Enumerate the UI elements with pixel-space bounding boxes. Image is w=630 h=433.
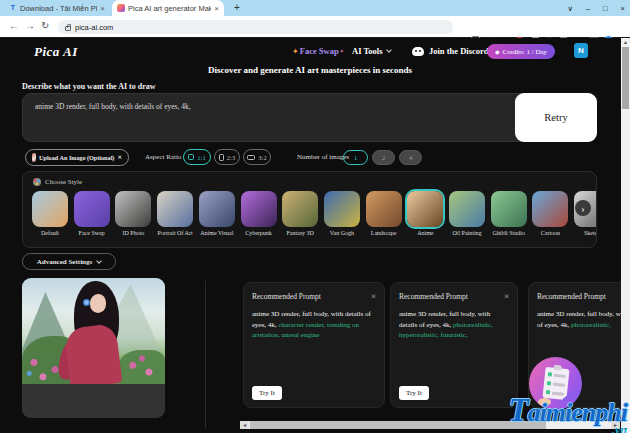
nav-ai-tools[interactable]: AI Tools <box>352 46 391 56</box>
style-label: Cyberpunk <box>240 230 278 236</box>
profile-chevron-icon[interactable]: ∨ <box>567 4 573 13</box>
figure-face <box>90 294 106 313</box>
nav-face-swap[interactable]: ✦ Face Swap ✦ <box>292 46 344 56</box>
style-label: Van Gogh <box>323 230 361 236</box>
ai-tools-label: AI Tools <box>352 46 382 56</box>
advanced-settings-button[interactable]: Advanced Settings <box>22 253 116 270</box>
style-option-anime-visual[interactable]: Anime Visual <box>198 191 236 236</box>
browser-window: T Download - Tải Miễn Phí VN - Ph × Pica… <box>0 0 630 433</box>
pica-ai-favicon <box>117 4 125 12</box>
minimize-icon[interactable]: – <box>586 4 590 13</box>
discord-label: Join the Discord <box>429 46 489 56</box>
close-icon[interactable]: × <box>371 291 376 301</box>
portrait-ratio-icon <box>219 154 224 161</box>
tab-close-icon[interactable]: × <box>100 4 105 13</box>
maximize-icon[interactable]: □ <box>603 4 608 13</box>
aspect-ratio-3-2[interactable]: 3:2 <box>243 149 271 165</box>
style-label: Default <box>31 230 69 236</box>
scrollbar-thumb[interactable] <box>622 47 629 109</box>
square-ratio-icon <box>188 154 194 160</box>
taimienphi-watermark: Taimienphi .vn <box>508 396 627 433</box>
style-thumbnail <box>241 191 277 227</box>
ratio-label: 3:2 <box>258 154 266 161</box>
try-it-button[interactable]: Try It <box>399 386 429 400</box>
style-option-cyberpunk[interactable]: Cyberpunk <box>240 191 278 236</box>
close-window-icon[interactable]: × <box>621 4 625 13</box>
browser-tab-taimienphi[interactable]: T Download - Tải Miễn Phí VN - Ph × <box>4 0 110 16</box>
scroll-left-icon[interactable]: ◂ <box>240 421 249 429</box>
num-images-1[interactable]: 1 <box>343 150 368 165</box>
upload-image-button[interactable]: Upload An Image (Optional) × <box>25 149 129 166</box>
page-tagline: Discover and generate AI art masterpiece… <box>0 65 620 75</box>
back-icon[interactable]: ← <box>9 21 19 31</box>
forward-icon[interactable]: → <box>25 21 35 31</box>
remove-upload-icon[interactable]: × <box>117 153 122 162</box>
palette-icon <box>33 178 41 186</box>
style-label: Ghibli Studio <box>490 230 528 236</box>
style-thumbnail <box>491 191 527 227</box>
style-option-ghibli-studio[interactable]: Ghibli Studio <box>490 191 528 236</box>
close-icon[interactable]: × <box>504 291 509 301</box>
reload-icon[interactable]: ↻ <box>41 21 49 31</box>
aspect-ratio-label: Aspect Ratio <box>145 153 181 161</box>
address-bar[interactable]: pica-ai.com <box>58 20 453 34</box>
num-images-2[interactable]: 2 <box>372 150 395 165</box>
style-thumbnail <box>199 191 235 227</box>
style-option-face-swap[interactable]: Face Swap <box>73 191 111 236</box>
num-images-4[interactable]: 4 <box>399 150 422 165</box>
choose-style-panel: Choose Style DefaultFace SwapID PhotoPor… <box>22 171 597 248</box>
style-option-van-gogh[interactable]: Van Gogh <box>323 191 361 236</box>
chevron-down-icon <box>387 47 393 53</box>
tab-title: Download - Tải Miễn Phí VN - Ph <box>20 4 97 13</box>
style-thumbnail <box>449 191 485 227</box>
browser-tab-pica-ai[interactable]: Pica AI art generator Make AI A × <box>112 0 224 16</box>
style-label: Portrait Of Art <box>156 230 194 236</box>
style-label: Oil Painting <box>448 230 486 236</box>
try-it-button[interactable]: Try It <box>252 386 282 400</box>
prompt-label: Describe what you want the AI to draw <box>22 82 156 91</box>
gem-icon: ◆ <box>495 48 500 55</box>
aspect-ratio-2-3[interactable]: 2:3 <box>214 149 240 165</box>
user-avatar[interactable]: N <box>574 43 588 58</box>
card-title: Recommended Prompt <box>399 292 468 301</box>
prompt-input[interactable]: anime 3D render, full body, with details… <box>35 102 515 111</box>
browser-toolbar: ← → ↻ pica-ai.com G A ↥ ☆ ↓ ⋮ <box>0 16 630 38</box>
new-tab-button[interactable]: + <box>234 2 240 13</box>
hair-flower <box>83 299 90 306</box>
vertical-scrollbar[interactable]: ▴ ▾ <box>621 38 630 433</box>
card-title: Recommended Prompt <box>252 292 321 301</box>
style-option-fantasy-3d[interactable]: Fantasy 3D <box>281 191 319 236</box>
scrollbar-thumb[interactable] <box>250 421 546 429</box>
pica-ai-logo[interactable]: Pica AI <box>34 44 78 60</box>
style-thumbnail <box>324 191 360 227</box>
style-option-id-photo[interactable]: ID Photo <box>114 191 152 236</box>
taimienphi-favicon: T <box>9 4 17 12</box>
generated-image[interactable] <box>22 278 165 384</box>
style-thumbnail <box>366 191 402 227</box>
nav-join-discord[interactable]: Join the Discord <box>412 46 489 56</box>
style-option-cartoon[interactable]: Cartoon <box>531 191 569 236</box>
tab-close-icon[interactable]: × <box>214 4 219 13</box>
number-of-images-label: Number of images <box>297 153 349 161</box>
ratio-label: 2:3 <box>227 154 235 161</box>
upload-label: Upload An Image (Optional) <box>39 154 114 161</box>
carousel-next-button[interactable]: › <box>575 200 591 216</box>
credits-button[interactable]: ◆ Credits: 1 / Day <box>487 44 555 59</box>
retry-button[interactable]: Retry <box>515 93 597 142</box>
style-option-anime[interactable]: Anime <box>406 191 444 236</box>
style-label: Landscape <box>365 230 403 236</box>
style-option-default[interactable]: Default <box>31 191 69 236</box>
generated-image-card <box>22 278 165 418</box>
style-option-portrait-of-art[interactable]: Portrait Of Art <box>156 191 194 236</box>
chevron-down-icon <box>96 258 102 264</box>
style-label: Anime <box>406 230 444 236</box>
recommended-prompt-card: Recommended Prompt×anime 3D render, full… <box>243 282 385 408</box>
prompt-box: anime 3D render, full body, with details… <box>22 93 597 142</box>
image-card-footer <box>22 384 165 418</box>
style-option-landscape[interactable]: Landscape <box>365 191 403 236</box>
scroll-up-icon[interactable]: ▴ <box>621 38 630 46</box>
style-option-oil-painting[interactable]: Oil Painting <box>448 191 486 236</box>
aspect-ratio-1-1[interactable]: 1:1 <box>183 149 211 165</box>
ratio-label: 1:1 <box>197 154 205 161</box>
face-swap-label: Face Swap <box>300 46 339 56</box>
